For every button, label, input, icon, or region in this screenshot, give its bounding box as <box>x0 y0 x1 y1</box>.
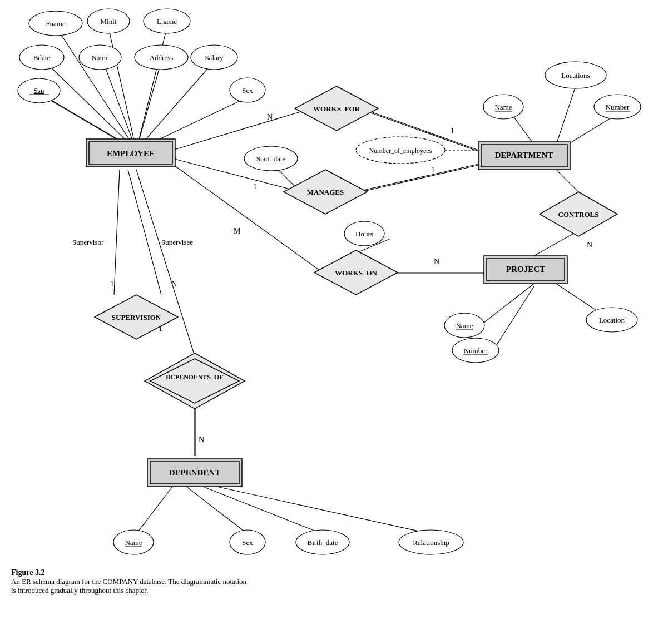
caption-line1: An ER schema diagram for the COMPANY dat… <box>11 577 400 586</box>
sex-emp-label: Sex <box>242 86 253 95</box>
dep-sex-label: Sex <box>242 538 253 547</box>
num-employees-label: Number_of_employees <box>369 147 432 155</box>
card-1-supervisor: 1 <box>110 280 114 288</box>
card-1-manages-emp: 1 <box>253 182 257 191</box>
card-1-works-for-dept: 1 <box>451 127 454 135</box>
dependents-of-diamond-inner <box>150 359 239 403</box>
controls-label: CONTROLS <box>558 210 599 219</box>
svg-line-19 <box>356 165 478 193</box>
relationship-label: Relationship <box>413 538 449 547</box>
fname-label: Fname <box>46 19 66 28</box>
er-diagram: N 1 1 1 M N 1 N Supervisor 1 Supervisee … <box>0 0 668 601</box>
supervision-label: SUPERVISION <box>112 313 161 321</box>
minit-label: Minit <box>101 17 117 26</box>
card-n-dependents: N <box>199 435 204 444</box>
svg-line-30 <box>128 170 161 295</box>
svg-line-36 <box>203 487 323 534</box>
card-n-works-for-emp: N <box>267 113 273 121</box>
card-n-works-on-proj: N <box>434 257 439 266</box>
department-label: DEPARTMENT <box>494 151 553 160</box>
dep-name-label: Name <box>125 538 142 547</box>
svg-line-13 <box>556 86 576 145</box>
bdate-label: Bdate <box>33 53 51 62</box>
svg-line-6 <box>136 61 214 150</box>
figure-caption: Figure 3.2 An ER schema diagram for the … <box>11 568 400 595</box>
dept-number-label: Number <box>606 103 630 111</box>
card-m-works-on-emp: M <box>234 227 241 235</box>
ssn-label: Ssn <box>34 86 44 95</box>
dependents-of-label: DEPENDENTS_OF <box>166 373 223 381</box>
hours-label: Hours <box>355 230 373 238</box>
svg-line-37 <box>217 487 431 534</box>
project-label: PROJECT <box>506 265 545 274</box>
manages-label: MANAGES <box>307 188 344 196</box>
start-date-label: Start_date <box>256 155 286 163</box>
works-for-label: WORKS_FOR <box>313 105 360 113</box>
caption-title: Figure 3.2 <box>11 568 400 577</box>
svg-line-35 <box>186 487 248 534</box>
svg-line-4 <box>103 61 136 150</box>
supervisee-label: Supervisee <box>161 238 193 246</box>
dependent-label: DEPENDENT <box>169 468 221 477</box>
dept-name-label: Name <box>494 103 512 111</box>
proj-name-label: Name <box>456 321 473 330</box>
svg-line-1 <box>108 28 136 150</box>
svg-line-25 <box>556 170 578 192</box>
lname-label: Lname <box>157 17 177 26</box>
svg-line-3 <box>44 61 136 150</box>
locations-label: Locations <box>561 71 590 80</box>
card-1-manages-dept: 1 <box>431 166 435 174</box>
supervisor-label: Supervisor <box>72 238 104 246</box>
svg-line-26 <box>484 284 534 323</box>
svg-line-10 <box>172 108 311 150</box>
birth-date-label: Birth_date <box>308 538 338 547</box>
svg-line-24 <box>534 231 578 256</box>
svg-line-29 <box>114 170 120 295</box>
svg-line-27 <box>495 286 534 348</box>
card-n-supervisee: N <box>171 280 177 288</box>
svg-line-34 <box>136 487 172 534</box>
salary-label: Salary <box>205 53 224 62</box>
employee-label: EMPLOYEE <box>107 149 155 158</box>
card-n-controls-proj: N <box>587 241 592 249</box>
emp-name-label: Name <box>91 53 108 62</box>
address-label: Address <box>150 53 174 62</box>
svg-line-14 <box>512 114 534 145</box>
works-on-label: WORKS_ON <box>335 269 377 277</box>
svg-line-20 <box>172 164 323 273</box>
proj-number-label: Number <box>464 346 488 355</box>
location-label: Location <box>599 316 625 324</box>
caption-line2: is introduced gradually throughout this … <box>11 586 400 595</box>
svg-line-18 <box>356 164 478 192</box>
svg-line-5 <box>136 61 161 150</box>
